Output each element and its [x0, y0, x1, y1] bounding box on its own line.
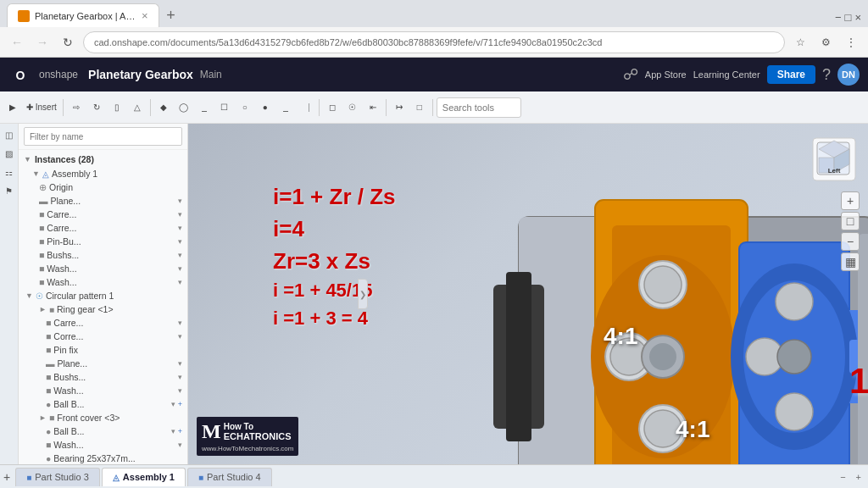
sidebar-tools: ◫ ▨ ⚏ ⚑ [0, 124, 19, 464]
zoom-in-button[interactable]: + [841, 191, 860, 210]
instances-section-header[interactable]: ▼ Instances (28) [19, 152, 187, 167]
wash3-label: Wash... [53, 385, 83, 396]
toolbar-fastened-btn[interactable]: ◆ [154, 96, 173, 119]
bottom-tab-assembly1[interactable]: ◬ Assembly 1 [102, 468, 186, 486]
wash1-icon: ■ [39, 263, 44, 274]
toolbar-slider-btn[interactable]: ⎯ [195, 96, 214, 119]
learning-center-button[interactable]: Learning Center [693, 69, 760, 80]
toolbar-select-btn[interactable]: ▶ [3, 96, 22, 119]
menu-button[interactable]: ⋮ [841, 32, 861, 53]
viewcube[interactable]: Left [809, 134, 860, 185]
sidebar-item-assembly1[interactable]: ▼ ◬ Assembly 1 [19, 167, 187, 180]
toolbar-cylindrical-btn[interactable]: ○ [236, 96, 254, 119]
sidebar-item-wash4[interactable]: ■ Wash... ▾ [19, 438, 187, 452]
sidebar-filter-input[interactable] [24, 127, 182, 146]
sidebar-item-frontcover[interactable]: ► ■ Front cover <3> [19, 411, 187, 424]
forward-button[interactable]: → [32, 32, 53, 53]
sidebar-item-circular1[interactable]: ▼ ☉ Circular pattern 1 [19, 289, 187, 302]
sidebar-item-carre2[interactable]: ■ Carre... ▾ [19, 221, 187, 235]
formula-line-4: i =1 + 45/15 [273, 279, 396, 303]
toolbar-pin-slot-btn[interactable]: ⎯ [276, 96, 295, 119]
address-input[interactable]: cad.onshape.com/documents/5a13d6d4315279… [83, 31, 785, 53]
bell-icon[interactable]: ☍ [623, 65, 638, 84]
sidebar-item-wash2[interactable]: ■ Wash... ▾ [19, 275, 187, 289]
sidebar-item-corre[interactable]: ■ Corre... ▾ [19, 330, 187, 343]
sidebar-item-plane1[interactable]: ▬ Plane... ▾ [19, 194, 187, 208]
bookmark-button[interactable]: ☆ [790, 32, 810, 53]
help-icon[interactable]: ? [822, 66, 831, 84]
active-tab[interactable]: Planetary Gearbox | Assembly... × [7, 3, 159, 27]
tab-close-button[interactable]: × [142, 9, 148, 22]
back-button[interactable]: ← [7, 32, 27, 53]
toolbar-section-btn[interactable]: □ [410, 96, 429, 119]
sidebar-item-ballb2[interactable]: ● Ball B... ▾ + [19, 424, 187, 438]
close-button[interactable]: × [854, 11, 861, 24]
formula-line-3: Zr=3 x Zs [273, 247, 396, 276]
bushs2-label: Bushs... [53, 372, 86, 382]
toolbar-parallel-btn[interactable]: ⎹ [297, 96, 315, 119]
zoom-out-button[interactable]: − [841, 232, 860, 251]
toolbar-measure-btn[interactable]: ↦ [390, 96, 409, 119]
sidebar-collapse-handle[interactable]: ❯ [358, 279, 368, 309]
sidebar-item-carre3[interactable]: ■ Carre... ▾ [19, 316, 187, 330]
toolbar-insert-btn[interactable]: ✚ Insert [24, 96, 59, 119]
sidebar-item-bushs2[interactable]: ■ Bushs... ▾ [19, 370, 187, 384]
partstudio3-icon: ■ [26, 473, 31, 482]
sidebar-item-origin[interactable]: ⊕ Origin [19, 180, 187, 194]
sidebar-tool-features[interactable]: ⚑ [2, 183, 17, 198]
sidebar-item-pinbu[interactable]: ■ Pin-Bu... ▾ [19, 235, 187, 248]
reload-button[interactable]: ↻ [58, 32, 78, 53]
toolbar-revolute-btn[interactable]: ◯ [175, 96, 193, 119]
toolbar-mate-btn[interactable]: △ [128, 96, 147, 119]
sidebar-tool-assembly[interactable]: ◫ [2, 127, 17, 142]
wash2-icon: ■ [39, 277, 44, 287]
app-store-button[interactable]: App Store [645, 69, 687, 80]
formula-overlay: i=1 + Zr / Zs i=4 Zr=3 x Zs i =1 + 45/15… [273, 183, 396, 331]
toolbar-ball-btn[interactable]: ● [256, 96, 275, 119]
wash2-label: Wash... [47, 277, 76, 287]
viewcube-svg: Left [809, 134, 860, 185]
zoom-fit-button[interactable]: □ [841, 212, 860, 230]
corre-badge: ▾ [178, 332, 182, 341]
extension-button[interactable]: ⚙ [815, 32, 836, 53]
address-bar: ← → ↻ cad.onshape.com/documents/5a13d6d4… [0, 27, 868, 58]
bottom-tab-partstudio4[interactable]: ■ Part Studio 4 [187, 468, 272, 486]
share-button[interactable]: Share [767, 65, 815, 84]
bottom-tab-partstudio3[interactable]: ■ Part Studio 3 [15, 468, 100, 486]
toolbar-circular-pattern-btn[interactable]: ☉ [343, 96, 362, 119]
app-top-bar: O onshape Planetary Gearbox Main ☍ App S… [0, 58, 868, 92]
url-text: cad.onshape.com/documents/5a13d6d4315279… [94, 37, 602, 47]
toolbar-divider-2 [150, 99, 151, 116]
new-tab-button[interactable]: + [159, 3, 183, 27]
new-tab-icon[interactable]: + [3, 470, 10, 484]
sidebar-item-wash3[interactable]: ■ Wash... ▾ [19, 384, 187, 397]
sidebar-item-ballb1[interactable]: ● Ball B... ▾ + [19, 397, 187, 411]
sidebar-item-wash1[interactable]: ■ Wash... ▾ [19, 262, 187, 275]
viewport[interactable]: i=1 + Zr / Zs i=4 Zr=3 x Zs i =1 + 45/15… [188, 124, 868, 464]
zoom-section-button[interactable]: ▦ [841, 252, 860, 271]
minimize-button[interactable]: − [835, 11, 842, 24]
browser-frame: Planetary Gearbox | Assembly... × + − □ … [0, 0, 868, 488]
plane1-icon: ▬ [39, 196, 48, 206]
sidebar-item-carre1[interactable]: ■ Carre... ▾ [19, 208, 187, 221]
search-tools-input[interactable] [437, 97, 521, 118]
sidebar-tool-mates[interactable]: ⚏ [2, 164, 17, 180]
toolbar-plane-btn[interactable]: ☐ [215, 96, 234, 119]
sidebar-tool-parts[interactable]: ▨ [2, 146, 17, 161]
toolbar-linear-pattern-btn[interactable]: ◻ [323, 96, 342, 119]
sidebar-item-plane2[interactable]: ▬ Plane... ▾ [19, 357, 187, 370]
toolbar-copy-btn[interactable]: ▯ [108, 96, 126, 119]
watermark-m-letter: M [202, 420, 221, 443]
sidebar-item-pinfix[interactable]: ■ Pin fix [19, 343, 187, 357]
bottom-zoom-out[interactable]: − [837, 470, 849, 484]
bottom-zoom-in[interactable]: + [853, 470, 865, 484]
maximize-button[interactable]: □ [845, 11, 852, 24]
toolbar-move-btn[interactable]: ⇨ [67, 96, 86, 119]
sidebar-item-bearing[interactable]: ● Bearing 25x37x7m... [19, 452, 187, 464]
wash1-label: Wash... [47, 263, 76, 274]
toolbar-rotate-btn[interactable]: ↻ [87, 96, 106, 119]
user-avatar[interactable]: DN [837, 64, 860, 86]
toolbar-mirror-btn[interactable]: ⇤ [364, 96, 382, 119]
sidebar-item-ringgear[interactable]: ► ■ Ring gear <1> [19, 302, 187, 316]
sidebar-item-bushs[interactable]: ■ Bushs... ▾ [19, 248, 187, 262]
